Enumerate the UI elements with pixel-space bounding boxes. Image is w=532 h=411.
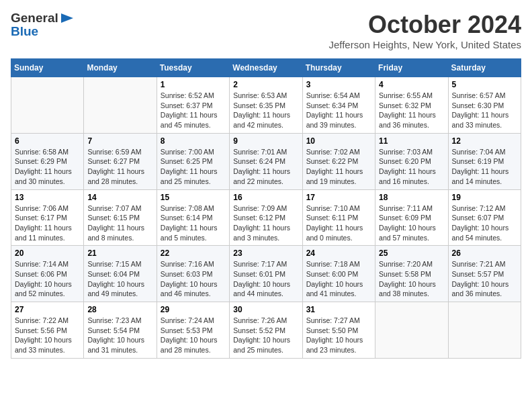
weekday-header: Thursday bbox=[302, 59, 375, 77]
calendar-cell bbox=[375, 302, 448, 359]
day-number: 13 bbox=[15, 193, 80, 202]
day-detail: Sunrise: 6:59 AMSunset: 6:27 PMDaylight:… bbox=[87, 147, 152, 187]
calendar-cell: 10Sunrise: 7:02 AMSunset: 6:22 PMDayligh… bbox=[302, 133, 375, 189]
day-number: 16 bbox=[233, 193, 298, 202]
day-detail: Sunrise: 7:20 AMSunset: 5:58 PMDaylight:… bbox=[379, 259, 444, 299]
day-number: 21 bbox=[87, 248, 152, 258]
day-detail: Sunrise: 7:07 AMSunset: 6:15 PMDaylight:… bbox=[87, 203, 152, 243]
day-number: 11 bbox=[379, 136, 444, 146]
day-number: 15 bbox=[161, 193, 226, 202]
day-number: 27 bbox=[15, 305, 80, 314]
location-text: Jefferson Heights, New York, United Stat… bbox=[328, 39, 521, 50]
calendar-cell: 17Sunrise: 7:10 AMSunset: 6:11 PMDayligh… bbox=[302, 189, 375, 246]
day-number: 2 bbox=[233, 80, 298, 89]
calendar-cell: 22Sunrise: 7:16 AMSunset: 6:03 PMDayligh… bbox=[157, 246, 229, 302]
day-number: 5 bbox=[452, 80, 517, 89]
calendar-week-row: 13Sunrise: 7:06 AMSunset: 6:17 PMDayligh… bbox=[11, 189, 521, 246]
calendar-cell: 15Sunrise: 7:08 AMSunset: 6:14 PMDayligh… bbox=[157, 189, 229, 246]
day-detail: Sunrise: 7:22 AMSunset: 5:56 PMDaylight:… bbox=[15, 316, 80, 355]
day-detail: Sunrise: 6:58 AMSunset: 6:29 PMDaylight:… bbox=[15, 147, 80, 187]
logo-arrow-icon bbox=[60, 12, 75, 24]
logo-text: General Blue bbox=[11, 11, 75, 39]
day-number: 12 bbox=[452, 136, 517, 146]
calendar-cell: 11Sunrise: 7:03 AMSunset: 6:20 PMDayligh… bbox=[375, 133, 448, 189]
day-detail: Sunrise: 7:08 AMSunset: 6:14 PMDaylight:… bbox=[161, 203, 226, 243]
day-detail: Sunrise: 7:11 AMSunset: 6:09 PMDaylight:… bbox=[379, 203, 444, 243]
calendar-cell: 9Sunrise: 7:01 AMSunset: 6:24 PMDaylight… bbox=[230, 133, 302, 189]
calendar-cell bbox=[84, 77, 157, 134]
day-number: 31 bbox=[306, 305, 371, 314]
calendar-cell: 26Sunrise: 7:21 AMSunset: 5:57 PMDayligh… bbox=[448, 246, 521, 302]
day-detail: Sunrise: 7:03 AMSunset: 6:20 PMDaylight:… bbox=[379, 147, 444, 187]
calendar-cell: 28Sunrise: 7:23 AMSunset: 5:54 PMDayligh… bbox=[84, 302, 157, 359]
calendar-cell: 5Sunrise: 6:57 AMSunset: 6:30 PMDaylight… bbox=[448, 77, 521, 134]
calendar-week-row: 27Sunrise: 7:22 AMSunset: 5:56 PMDayligh… bbox=[11, 302, 521, 359]
calendar-cell: 20Sunrise: 7:14 AMSunset: 6:06 PMDayligh… bbox=[11, 246, 84, 302]
day-number: 8 bbox=[161, 136, 226, 146]
day-number: 9 bbox=[233, 136, 298, 146]
day-detail: Sunrise: 6:55 AMSunset: 6:32 PMDaylight:… bbox=[379, 91, 444, 130]
day-number: 17 bbox=[306, 193, 371, 202]
logo-blue: Blue bbox=[11, 24, 75, 39]
weekday-header: Monday bbox=[84, 59, 157, 77]
calendar-cell: 25Sunrise: 7:20 AMSunset: 5:58 PMDayligh… bbox=[375, 246, 448, 302]
day-number: 10 bbox=[306, 136, 371, 146]
calendar-cell: 12Sunrise: 7:04 AMSunset: 6:19 PMDayligh… bbox=[448, 133, 521, 189]
calendar-cell: 4Sunrise: 6:55 AMSunset: 6:32 PMDaylight… bbox=[375, 77, 448, 134]
weekday-header: Wednesday bbox=[230, 59, 302, 77]
day-detail: Sunrise: 7:14 AMSunset: 6:06 PMDaylight:… bbox=[15, 259, 80, 299]
day-detail: Sunrise: 7:16 AMSunset: 6:03 PMDaylight:… bbox=[161, 259, 226, 299]
logo-general: General bbox=[11, 11, 58, 26]
calendar-cell: 18Sunrise: 7:11 AMSunset: 6:09 PMDayligh… bbox=[375, 189, 448, 246]
calendar-week-row: 1Sunrise: 6:52 AMSunset: 6:37 PMDaylight… bbox=[11, 77, 521, 134]
weekday-header: Saturday bbox=[448, 59, 521, 77]
calendar-cell: 7Sunrise: 6:59 AMSunset: 6:27 PMDaylight… bbox=[84, 133, 157, 189]
calendar-cell bbox=[11, 77, 84, 134]
day-number: 6 bbox=[15, 136, 80, 146]
day-number: 14 bbox=[87, 193, 152, 202]
calendar-cell: 1Sunrise: 6:52 AMSunset: 6:37 PMDaylight… bbox=[157, 77, 229, 134]
weekday-header: Sunday bbox=[11, 59, 84, 77]
day-detail: Sunrise: 7:12 AMSunset: 6:07 PMDaylight:… bbox=[452, 203, 517, 243]
calendar-cell: 2Sunrise: 6:53 AMSunset: 6:35 PMDaylight… bbox=[230, 77, 302, 134]
day-detail: Sunrise: 7:02 AMSunset: 6:22 PMDaylight:… bbox=[306, 147, 371, 187]
day-number: 23 bbox=[233, 248, 298, 258]
day-detail: Sunrise: 7:06 AMSunset: 6:17 PMDaylight:… bbox=[15, 203, 80, 243]
day-number: 24 bbox=[306, 248, 371, 258]
calendar-cell: 6Sunrise: 6:58 AMSunset: 6:29 PMDaylight… bbox=[11, 133, 84, 189]
day-detail: Sunrise: 7:04 AMSunset: 6:19 PMDaylight:… bbox=[452, 147, 517, 187]
calendar-table: SundayMondayTuesdayWednesdayThursdayFrid… bbox=[11, 58, 521, 359]
weekday-header: Friday bbox=[375, 59, 448, 77]
calendar-cell: 29Sunrise: 7:24 AMSunset: 5:53 PMDayligh… bbox=[157, 302, 229, 359]
day-detail: Sunrise: 7:00 AMSunset: 6:25 PMDaylight:… bbox=[161, 147, 226, 187]
calendar-cell bbox=[448, 302, 521, 359]
day-number: 26 bbox=[452, 248, 517, 258]
calendar-cell: 8Sunrise: 7:00 AMSunset: 6:25 PMDaylight… bbox=[157, 133, 229, 189]
day-number: 25 bbox=[379, 248, 444, 258]
calendar-cell: 24Sunrise: 7:18 AMSunset: 6:00 PMDayligh… bbox=[302, 246, 375, 302]
day-detail: Sunrise: 7:24 AMSunset: 5:53 PMDaylight:… bbox=[161, 316, 226, 355]
day-number: 3 bbox=[306, 80, 371, 89]
day-number: 4 bbox=[379, 80, 444, 89]
day-detail: Sunrise: 7:17 AMSunset: 6:01 PMDaylight:… bbox=[233, 259, 298, 299]
day-number: 18 bbox=[379, 193, 444, 202]
day-detail: Sunrise: 7:21 AMSunset: 5:57 PMDaylight:… bbox=[452, 259, 517, 299]
calendar-cell: 27Sunrise: 7:22 AMSunset: 5:56 PMDayligh… bbox=[11, 302, 84, 359]
calendar-week-row: 20Sunrise: 7:14 AMSunset: 6:06 PMDayligh… bbox=[11, 246, 521, 302]
day-detail: Sunrise: 7:23 AMSunset: 5:54 PMDaylight:… bbox=[87, 316, 152, 355]
calendar-cell: 31Sunrise: 7:27 AMSunset: 5:50 PMDayligh… bbox=[302, 302, 375, 359]
day-detail: Sunrise: 6:52 AMSunset: 6:37 PMDaylight:… bbox=[161, 91, 226, 130]
calendar-header-row: SundayMondayTuesdayWednesdayThursdayFrid… bbox=[11, 59, 521, 77]
day-detail: Sunrise: 7:15 AMSunset: 6:04 PMDaylight:… bbox=[87, 259, 152, 299]
calendar-cell: 23Sunrise: 7:17 AMSunset: 6:01 PMDayligh… bbox=[230, 246, 302, 302]
day-number: 1 bbox=[161, 80, 226, 89]
day-number: 30 bbox=[233, 305, 298, 314]
day-detail: Sunrise: 7:10 AMSunset: 6:11 PMDaylight:… bbox=[306, 203, 371, 243]
day-detail: Sunrise: 7:18 AMSunset: 6:00 PMDaylight:… bbox=[306, 259, 371, 299]
title-block: October 2024 Jefferson Heights, New York… bbox=[328, 11, 521, 50]
day-detail: Sunrise: 7:01 AMSunset: 6:24 PMDaylight:… bbox=[233, 147, 298, 187]
calendar-cell: 21Sunrise: 7:15 AMSunset: 6:04 PMDayligh… bbox=[84, 246, 157, 302]
calendar-cell: 30Sunrise: 7:26 AMSunset: 5:52 PMDayligh… bbox=[230, 302, 302, 359]
page-header: General Blue October 2024 Jefferson Heig… bbox=[11, 11, 521, 50]
calendar-cell: 16Sunrise: 7:09 AMSunset: 6:12 PMDayligh… bbox=[230, 189, 302, 246]
